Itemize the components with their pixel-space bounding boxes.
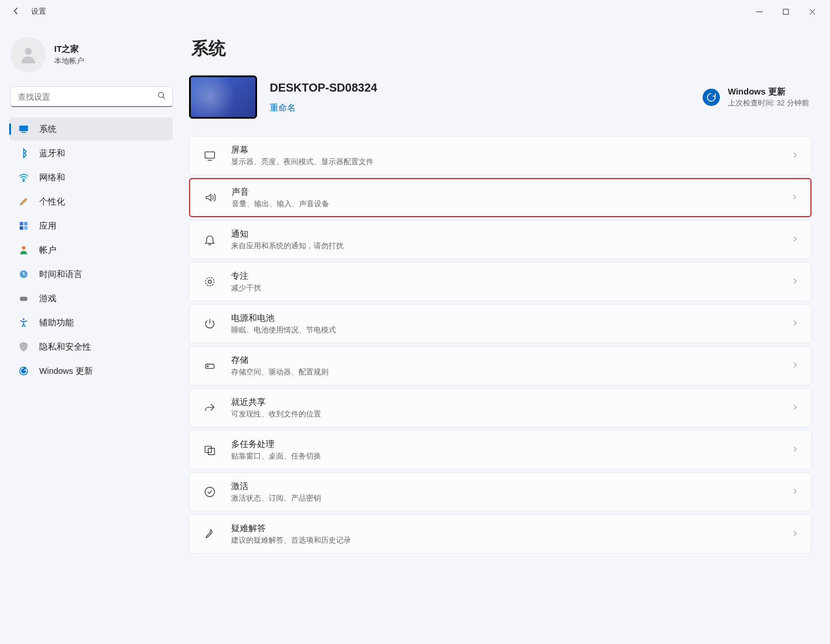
multitask-icon	[202, 444, 217, 456]
windows-update-status[interactable]: Windows 更新 上次检查时间: 32 分钟前	[703, 86, 812, 108]
settings-card-troubleshoot[interactable]: 疑难解答 建议的疑难解答、首选项和历史记录	[189, 514, 812, 554]
display-icon	[17, 123, 30, 135]
sidebar-item-label: 网络和	[39, 172, 65, 183]
card-sub: 音量、输出、输入、声音设备	[232, 199, 791, 209]
chevron-right-icon	[791, 445, 798, 454]
user-name: IT之家	[54, 44, 84, 55]
svg-rect-9	[24, 226, 28, 230]
chevron-right-icon	[791, 529, 798, 539]
close-button[interactable]	[799, 2, 825, 21]
card-title: 电源和电池	[231, 313, 791, 324]
chevron-right-icon	[791, 403, 798, 412]
sidebar-item-label: 系统	[39, 124, 56, 135]
avatar	[10, 37, 46, 73]
card-sub: 建议的疑难解答、首选项和历史记录	[231, 536, 791, 545]
bluetooth-icon	[17, 147, 30, 160]
settings-card-multitask[interactable]: 多任务处理 贴靠窗口、桌面、任务切换	[189, 430, 812, 469]
sidebar-item-label: 游戏	[39, 293, 56, 304]
svg-point-21	[207, 366, 208, 367]
chevron-right-icon	[791, 151, 798, 160]
update-icon	[17, 365, 30, 377]
svg-rect-7	[24, 222, 28, 225]
settings-card-bell[interactable]: 通知 来自应用和系统的通知，请勿打扰	[189, 220, 812, 259]
chevron-right-icon	[791, 235, 798, 244]
apps-icon	[17, 219, 30, 232]
power-icon	[202, 317, 217, 330]
minimize-button[interactable]	[746, 2, 772, 21]
svg-point-5	[23, 180, 24, 181]
svg-rect-4	[21, 132, 26, 133]
sidebar-item-gamepad[interactable]: 游戏	[9, 287, 173, 310]
sidebar-item-brush[interactable]: 个性化	[9, 190, 173, 213]
sidebar-item-bluetooth[interactable]: 蓝牙和	[9, 142, 173, 165]
svg-point-14	[25, 298, 26, 300]
svg-point-18	[206, 278, 214, 286]
share-icon	[202, 401, 217, 414]
main-content: 系统 DESKTOP-SD08324 重命名 Windows 更新 上次检查时间…	[176, 23, 830, 644]
svg-point-24	[205, 487, 215, 497]
card-sub: 睡眠、电池使用情况、节电模式	[231, 325, 791, 335]
card-title: 专注	[231, 271, 791, 282]
card-title: 存储	[231, 355, 791, 366]
user-block[interactable]: IT之家 本地帐户	[10, 37, 176, 73]
svg-rect-3	[20, 126, 28, 131]
sidebar-item-label: 隐私和安全性	[39, 342, 91, 353]
sidebar-item-person[interactable]: 帐户	[9, 238, 173, 262]
svg-rect-6	[20, 222, 23, 225]
card-sub: 存储空间、驱动器、配置规则	[231, 368, 791, 377]
sidebar-item-shield[interactable]: 隐私和安全性	[9, 335, 173, 358]
settings-card-share[interactable]: 就近共享 可发现性、收到文件的位置	[189, 388, 812, 427]
focus-icon	[202, 275, 217, 288]
device-thumbnail[interactable]	[189, 75, 257, 119]
gamepad-icon	[17, 292, 30, 305]
sidebar-item-label: 蓝牙和	[39, 148, 65, 159]
settings-card-power[interactable]: 电源和电池 睡眠、电池使用情况、节电模式	[189, 304, 812, 343]
card-title: 屏幕	[231, 145, 791, 156]
settings-card-storage[interactable]: 存储 存储空间、驱动器、配置规则	[189, 346, 812, 385]
back-button[interactable]	[12, 6, 21, 17]
svg-rect-12	[20, 297, 28, 301]
chevron-right-icon	[791, 361, 798, 370]
svg-rect-17	[205, 152, 215, 158]
storage-icon	[202, 359, 217, 372]
settings-card-display[interactable]: 屏幕 显示器、亮度、夜间模式、显示器配置文件	[189, 136, 812, 175]
troubleshoot-icon	[202, 528, 217, 540]
activate-icon	[202, 486, 217, 498]
svg-rect-8	[20, 226, 23, 230]
search-input[interactable]	[10, 86, 173, 107]
settings-card-sound[interactable]: 声音 音量、输出、输入、声音设备	[189, 178, 812, 217]
settings-card-focus[interactable]: 专注 减少干扰	[189, 262, 812, 301]
card-sub: 可发现性、收到文件的位置	[231, 410, 791, 419]
card-sub: 减少干扰	[231, 283, 791, 293]
wifi-icon	[17, 171, 30, 184]
card-title: 就近共享	[231, 397, 791, 408]
sidebar-item-accessibility[interactable]: 辅助功能	[9, 311, 173, 334]
sidebar-item-apps[interactable]: 应用	[9, 214, 173, 237]
chevron-right-icon	[791, 319, 798, 328]
rename-link[interactable]: 重命名	[270, 103, 296, 113]
card-sub: 来自应用和系统的通知，请勿打扰	[231, 241, 791, 251]
svg-point-13	[21, 298, 22, 300]
settings-card-activate[interactable]: 激活 激活状态、订阅、产品密钥	[189, 472, 812, 512]
svg-point-10	[22, 246, 25, 249]
update-title: Windows 更新	[728, 86, 809, 97]
sidebar: IT之家 本地帐户 系统蓝牙和网络和个性化应用帐户时间和语言游戏辅助功能隐私和安…	[0, 23, 176, 644]
svg-point-19	[208, 280, 212, 283]
svg-rect-0	[783, 9, 788, 14]
bell-icon	[202, 233, 217, 246]
sidebar-item-label: 时间和语言	[39, 269, 82, 280]
sidebar-item-clock[interactable]: 时间和语言	[9, 263, 173, 286]
sidebar-item-display[interactable]: 系统	[9, 118, 173, 141]
device-name: DESKTOP-SD08324	[270, 81, 377, 94]
svg-point-15	[23, 319, 25, 320]
svg-point-2	[159, 92, 164, 97]
maximize-button[interactable]	[772, 2, 799, 21]
update-sub: 上次检查时间: 32 分钟前	[728, 99, 809, 108]
search-icon	[157, 92, 166, 103]
card-sub: 显示器、亮度、夜间模式、显示器配置文件	[231, 157, 791, 167]
sidebar-item-update[interactable]: Windows 更新	[9, 359, 173, 382]
person-icon	[17, 244, 30, 256]
titlebar: 设置	[0, 0, 830, 23]
sidebar-item-label: 帐户	[39, 245, 56, 256]
sidebar-item-wifi[interactable]: 网络和	[9, 166, 173, 189]
